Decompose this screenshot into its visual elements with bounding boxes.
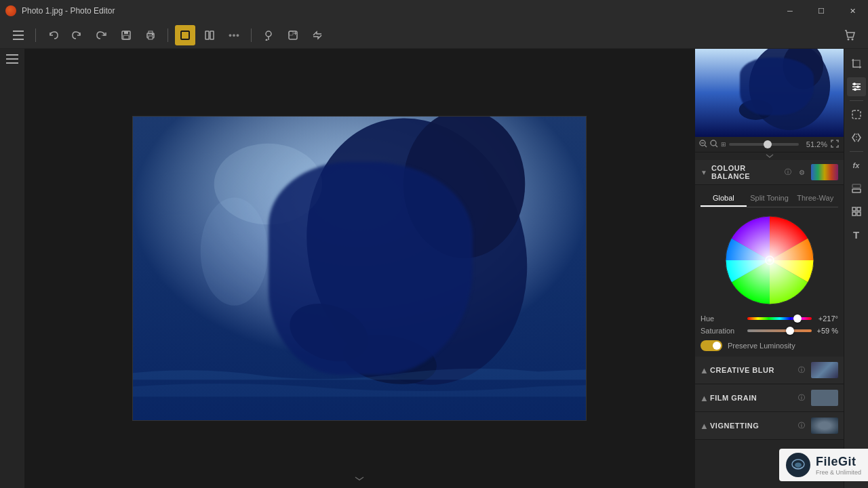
colour-balance-arrow: ▼ [701, 169, 707, 176]
vignetting-section[interactable]: ▶ VIGNETTING ⓘ [695, 412, 844, 440]
flip-tool-button[interactable] [847, 128, 866, 147]
saturation-slider[interactable] [747, 329, 812, 332]
close-button[interactable]: ✕ [837, 0, 868, 22]
svg-point-14 [266, 39, 268, 41]
film-grain-info[interactable]: ⓘ [796, 392, 807, 403]
redo-button[interactable] [67, 25, 87, 45]
preserve-luminosity-label: Preserve Luminosity [728, 342, 795, 350]
text-tool-button[interactable]: T [847, 225, 866, 244]
brush-button[interactable] [258, 25, 279, 45]
zoom-out-button[interactable] [699, 140, 707, 149]
transform-button[interactable] [307, 25, 328, 45]
zoom-percent: 51.2% [802, 140, 827, 148]
zoom-icon-display [710, 140, 718, 149]
right-panel: ⊞ 51.2% ▼ COLOUR BALANCE ⓘ ⚙ [694, 49, 844, 488]
cart-button[interactable] [840, 25, 860, 45]
saturation-value: +59 % [814, 327, 838, 335]
restore-button[interactable]: ☐ [806, 0, 837, 22]
svg-rect-45 [852, 184, 861, 188]
zoom-fit-button[interactable]: ⊞ [721, 141, 726, 148]
svg-rect-49 [857, 212, 861, 216]
svg-rect-44 [852, 189, 861, 192]
svg-point-25 [403, 117, 525, 258]
svg-point-51 [795, 463, 802, 468]
svg-rect-5 [123, 35, 129, 39]
print-button[interactable] [140, 25, 161, 45]
canvas-area[interactable] [24, 49, 694, 488]
hamburger-menu[interactable] [8, 25, 28, 45]
colour-balance-title: COLOUR BALANCE [711, 164, 778, 180]
svg-rect-20 [6, 58, 18, 60]
hue-thumb[interactable] [793, 314, 802, 323]
svg-rect-11 [205, 31, 209, 39]
redo2-button[interactable] [92, 25, 112, 45]
filegit-watermark: FileGit Free & Unlimited [779, 449, 868, 481]
hue-slider-row: Hue +217° [701, 314, 838, 323]
fx-label: fx [853, 161, 860, 169]
panel-scroll-arrow [695, 152, 844, 160]
heal-button[interactable] [283, 25, 303, 45]
film-grain-section[interactable]: ▶ FILM GRAIN ⓘ [695, 384, 844, 412]
svg-point-13 [266, 31, 271, 37]
colour-gradient-strip [811, 164, 838, 180]
zoom-slider[interactable] [729, 143, 799, 146]
colour-balance-tabs: Global Split Toning Three-Way [701, 190, 838, 207]
svg-rect-2 [13, 39, 24, 40]
preserve-luminosity-toggle[interactable] [701, 340, 722, 351]
expand-button[interactable]: ●●● [224, 25, 244, 45]
hue-label: Hue [701, 314, 745, 323]
colour-wheel[interactable] [722, 213, 817, 308]
undo-button[interactable] [43, 25, 63, 45]
colour-balance-header[interactable]: ▼ COLOUR BALANCE ⓘ ⚙ [695, 160, 844, 185]
svg-rect-12 [210, 31, 214, 39]
svg-rect-21 [6, 62, 18, 64]
colour-balance-section: ▼ COLOUR BALANCE ⓘ ⚙ Global Split [695, 160, 844, 357]
tab-three-way[interactable]: Three-Way [792, 190, 838, 207]
vignetting-arrow: ▶ [700, 423, 707, 428]
selection-tool-button[interactable] [847, 105, 866, 124]
svg-point-29 [201, 197, 269, 305]
creative-blur-section[interactable]: ▶ CREATIVE BLUR ⓘ [695, 357, 844, 384]
svg-point-33 [739, 100, 773, 120]
film-grain-thumbnail [811, 390, 838, 406]
crop-tool-button[interactable] [847, 54, 866, 73]
tab-global[interactable]: Global [701, 190, 747, 207]
film-grain-arrow: ▶ [700, 395, 707, 401]
creative-blur-title: CREATIVE BLUR [710, 366, 792, 374]
tab-split-toning[interactable]: Split Toning [747, 190, 793, 207]
rect-select-button[interactable] [175, 25, 195, 45]
layers-tool-button[interactable] [847, 179, 866, 198]
vignetting-info[interactable]: ⓘ [796, 420, 807, 431]
thumbnail-area [695, 49, 844, 137]
toolbar-sep-2 [167, 28, 168, 42]
creative-blur-info[interactable]: ⓘ [796, 365, 807, 375]
hue-slider[interactable] [747, 317, 812, 320]
minimize-button[interactable]: ─ [774, 0, 806, 22]
svg-rect-9 [152, 34, 153, 35]
effects-tool-button[interactable]: fx [847, 156, 866, 175]
svg-point-39 [768, 259, 771, 262]
menu-toggle[interactable] [6, 54, 18, 66]
zoom-bar: ⊞ 51.2% [695, 137, 844, 152]
filegit-text: FileGit Free & Unlimited [816, 455, 861, 476]
adjustments-tool-button[interactable] [847, 77, 866, 96]
zoom-expand-button[interactable] [830, 140, 840, 149]
colour-balance-thumbnail [811, 164, 838, 180]
vignetting-icons: ⓘ [796, 420, 807, 431]
save-button[interactable] [116, 25, 136, 45]
app-icon [5, 5, 16, 16]
photo-display[interactable] [132, 116, 587, 421]
split-view-button[interactable] [199, 25, 220, 45]
svg-rect-10 [181, 31, 189, 39]
colour-balance-info[interactable]: ⓘ [783, 167, 793, 178]
svg-rect-1 [13, 35, 24, 36]
zoom-thumb[interactable] [764, 140, 772, 148]
colour-balance-settings[interactable]: ⚙ [796, 167, 807, 178]
creative-blur-thumbnail [811, 362, 838, 378]
saturation-thumb[interactable] [786, 327, 794, 335]
svg-point-42 [854, 88, 856, 91]
grid-tool-button[interactable] [847, 202, 866, 221]
left-sidebar [0, 49, 24, 488]
filegit-tagline: Free & Unlimited [816, 469, 861, 476]
thumbnail-image [695, 49, 844, 137]
